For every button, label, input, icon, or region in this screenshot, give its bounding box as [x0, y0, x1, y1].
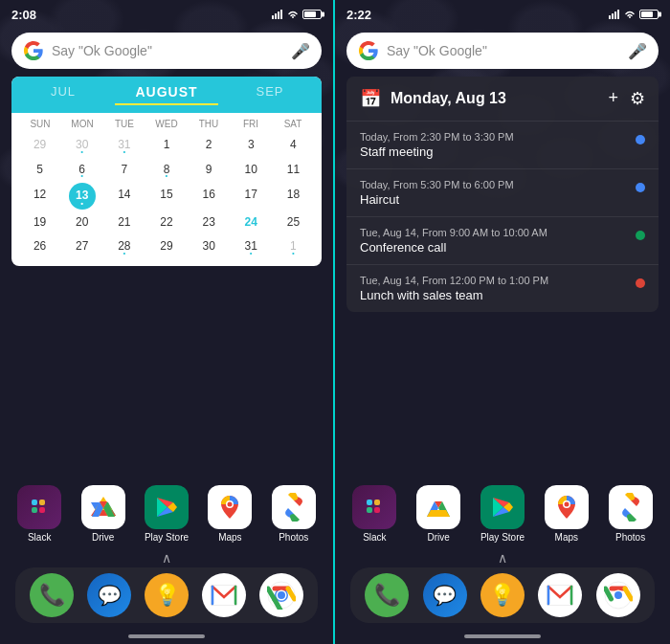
cal-date[interactable]: 30 — [61, 133, 102, 157]
cal-date[interactable]: 1 — [145, 133, 187, 157]
cal-date[interactable]: 27 — [61, 234, 102, 258]
app-messages-left[interactable]: 💬 — [82, 573, 136, 617]
cal-date[interactable]: 29 — [19, 133, 60, 157]
cal-date[interactable]: 22 — [145, 211, 187, 234]
cal-date[interactable]: 17 — [231, 183, 272, 210]
event-item-1[interactable]: Today, From 2:30 PM to 3:30 PM Staff mee… — [346, 121, 659, 168]
cal-date-highlighted[interactable]: 24 — [231, 211, 272, 234]
app-photos-left[interactable]: Photos — [267, 485, 321, 543]
chevron-up-right[interactable]: ∧ — [343, 548, 662, 567]
event-time-4: Tue, Aug 14, From 12:00 PM to 1:00 PM — [360, 275, 626, 286]
svg-point-25 — [564, 502, 569, 507]
events-actions: + ⚙ — [608, 88, 645, 109]
cal-date[interactable]: 18 — [273, 183, 314, 210]
event-details-1: Today, From 2:30 PM to 3:30 PM Staff mee… — [360, 131, 626, 159]
cal-date[interactable]: 5 — [19, 158, 60, 182]
cal-month-jul[interactable]: JUL — [11, 84, 115, 105]
events-date: Monday, Aug 13 — [391, 90, 598, 107]
app-bulb-right[interactable]: 💡 — [476, 573, 529, 617]
home-bar-left[interactable] — [128, 634, 205, 638]
cal-date[interactable]: 2 — [189, 133, 230, 157]
cal-date[interactable]: 12 — [19, 183, 60, 210]
settings-button[interactable]: ⚙ — [630, 88, 645, 109]
status-bar-left: 2:08 — [0, 0, 333, 27]
cal-date[interactable]: 21 — [103, 211, 145, 234]
search-bar-right[interactable]: Say "Ok Google" 🎤 — [346, 33, 659, 69]
event-time-1: Today, From 2:30 PM to 3:30 PM — [360, 131, 626, 143]
cal-date[interactable]: 4 — [273, 133, 314, 157]
app-maps-left[interactable]: Maps — [203, 485, 257, 543]
app-messages-right[interactable]: 💬 — [418, 573, 472, 617]
cal-date[interactable]: 10 — [231, 158, 272, 182]
messages-icon-left: 💬 — [87, 573, 131, 617]
app-phone-right[interactable]: 📞 — [360, 573, 413, 617]
cal-date[interactable]: 20 — [61, 211, 102, 234]
app-label-slack-left: Slack — [28, 532, 51, 543]
cal-date[interactable]: 9 — [189, 158, 230, 182]
app-chrome-left[interactable] — [255, 573, 308, 617]
cal-date[interactable]: 3 — [231, 133, 272, 157]
app-slack-right[interactable]: Slack — [347, 485, 401, 543]
cal-date-today[interactable]: 13 — [69, 183, 96, 210]
cal-date[interactable]: 19 — [19, 211, 60, 234]
calendar-widget[interactable]: JUL AUGUST SEP SUN MON TUE WED THU FRI S… — [11, 77, 322, 266]
cal-date[interactable]: 11 — [273, 158, 314, 182]
app-bulb-left[interactable]: 💡 — [140, 573, 193, 617]
app-maps-right[interactable]: Maps — [540, 485, 593, 543]
event-dot-4 — [636, 278, 645, 288]
event-item-3[interactable]: Tue, Aug 14, From 9:00 AM to 10:00 AM Co… — [346, 216, 659, 264]
app-gmail-left[interactable] — [197, 573, 251, 617]
cal-date[interactable]: 6 — [61, 158, 102, 182]
bottom-dock-right: 📞 💬 💡 — [350, 567, 655, 623]
app-photos-right[interactable]: Photos — [604, 485, 658, 543]
photos-icon-left — [272, 485, 316, 529]
app-label-slack-right: Slack — [363, 532, 386, 543]
events-header: 📅 Monday, Aug 13 + ⚙ — [346, 77, 659, 121]
svg-rect-6 — [39, 500, 45, 505]
mic-icon-left[interactable]: 🎤 — [291, 42, 310, 60]
cal-date[interactable]: 25 — [273, 211, 314, 234]
gmail-icon-left — [202, 573, 246, 617]
cal-date[interactable]: 26 — [19, 234, 60, 258]
cal-date[interactable]: 29 — [145, 234, 187, 258]
event-dot-2 — [636, 183, 645, 192]
cal-date[interactable]: 7 — [103, 158, 145, 182]
cal-date[interactable]: 14 — [103, 183, 145, 210]
app-label-playstore-right: Play Store — [480, 532, 525, 543]
cal-date[interactable]: 31 — [103, 133, 145, 157]
chevron-up-left[interactable]: ∧ — [8, 548, 325, 567]
cal-month-sep[interactable]: SEP — [218, 84, 322, 105]
right-screen: 2:22 — [335, 0, 670, 644]
cal-date[interactable]: 31 — [231, 234, 272, 258]
app-playstore-left[interactable]: Play Store — [140, 485, 193, 543]
event-item-4[interactable]: Tue, Aug 14, From 12:00 PM to 1:00 PM Lu… — [346, 264, 659, 312]
add-event-button[interactable]: + — [608, 88, 618, 109]
search-bar-left[interactable]: Say "Ok Google" 🎤 — [11, 33, 322, 69]
cal-date[interactable]: 1 — [273, 234, 314, 258]
event-item-2[interactable]: Today, From 5:30 PM to 6:00 PM Haircut — [346, 168, 659, 216]
cal-date[interactable]: 28 — [103, 234, 145, 258]
app-phone-left[interactable]: 📞 — [25, 573, 78, 617]
svg-rect-22 — [374, 500, 380, 505]
day-mon: MON — [61, 117, 103, 131]
status-icons-left — [272, 10, 322, 19]
home-bar-right[interactable] — [464, 634, 541, 638]
cal-month-aug[interactable]: AUGUST — [115, 84, 218, 105]
cal-date[interactable]: 15 — [145, 183, 187, 210]
cal-date[interactable]: 8 — [145, 158, 187, 182]
svg-rect-4 — [32, 500, 37, 505]
mic-icon-right[interactable]: 🎤 — [628, 42, 647, 60]
app-playstore-right[interactable]: Play Store — [476, 485, 529, 543]
day-wed: WED — [145, 117, 188, 131]
cal-months: JUL AUGUST SEP — [11, 77, 322, 113]
app-slack-left[interactable]: Slack — [12, 485, 66, 543]
app-chrome-right[interactable] — [592, 573, 645, 617]
app-gmail-right[interactable] — [533, 573, 587, 617]
cal-dates: 29 30 31 1 2 3 4 5 6 7 8 9 10 11 12 — [19, 133, 314, 258]
app-row-left: Slack — [8, 479, 325, 548]
app-drive-left[interactable]: Drive — [77, 485, 130, 543]
cal-date[interactable]: 16 — [189, 183, 230, 210]
cal-date[interactable]: 30 — [189, 234, 230, 258]
cal-date[interactable]: 23 — [189, 211, 230, 234]
app-drive-right[interactable]: Drive — [412, 485, 465, 543]
